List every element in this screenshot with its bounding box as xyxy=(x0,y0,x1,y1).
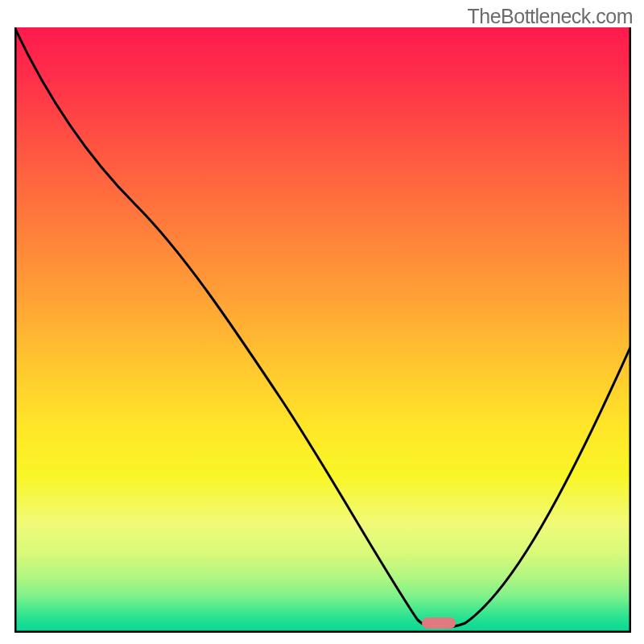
curve-svg xyxy=(14,27,631,633)
watermark-text: TheBottleneck.com xyxy=(468,5,634,28)
chart-area xyxy=(14,27,631,633)
bottleneck-curve xyxy=(14,27,631,627)
optimal-marker xyxy=(422,617,456,629)
